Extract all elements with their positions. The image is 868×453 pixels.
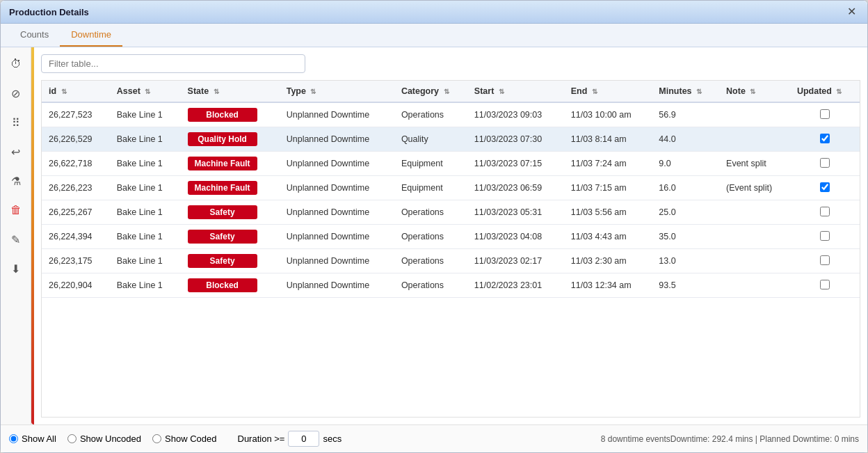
show-coded-label: Show Coded — [165, 434, 216, 444]
updated-checkbox[interactable] — [820, 134, 830, 143]
cell-state: Machine Fault — [181, 176, 280, 200]
show-uncoded-radio[interactable] — [67, 434, 77, 443]
show-coded-radio[interactable] — [152, 434, 161, 443]
cell-state: Quality Hold — [181, 127, 280, 152]
cell-end: 11/03 5:56 am — [564, 200, 652, 225]
updated-checkbox[interactable] — [820, 182, 830, 192]
col-header-updated[interactable]: Updated ⇅ — [790, 81, 860, 102]
updated-checkbox[interactable] — [820, 280, 830, 289]
state-badge: Quality Hold — [188, 132, 257, 146]
cell-id: 26,226,529 — [42, 127, 110, 152]
show-all-label: Show All — [22, 434, 56, 444]
state-badge: Safety — [188, 230, 257, 244]
cell-end: 11/03 8:14 am — [564, 127, 652, 152]
tab-bar: Counts Downtime — [1, 24, 867, 47]
cell-updated — [790, 225, 860, 249]
edit-icon[interactable]: ✎ — [6, 230, 26, 249]
updated-checkbox[interactable] — [820, 109, 830, 119]
cell-note — [719, 273, 790, 298]
cell-start: 11/03/2023 05:31 — [467, 200, 564, 225]
show-all-radio[interactable] — [9, 434, 18, 443]
cell-end: 11/03 4:43 am — [564, 225, 652, 249]
show-all-option[interactable]: Show All — [9, 434, 56, 444]
duration-unit: secs — [323, 434, 341, 444]
download-icon[interactable]: ⬇ — [6, 259, 26, 278]
tab-counts[interactable]: Counts — [9, 24, 60, 47]
cell-type: Unplanned Downtime — [280, 152, 394, 176]
cell-updated — [790, 200, 860, 225]
col-header-start[interactable]: Start ⇅ — [467, 81, 564, 102]
cell-minutes: 25.0 — [652, 200, 719, 225]
table-row: 26,622,718 Bake Line 1 Machine Fault Unp… — [42, 152, 860, 176]
filter-bar — [41, 54, 860, 73]
data-table-container: id ⇅ Asset ⇅ State ⇅ Type ⇅ Category ⇅ S… — [41, 80, 860, 418]
clock-icon[interactable]: ⏱ — [6, 54, 26, 74]
col-header-asset[interactable]: Asset ⇅ — [110, 81, 181, 102]
cell-minutes: 16.0 — [652, 176, 719, 200]
cell-state: Blocked — [181, 102, 280, 127]
duration-label: Duration >= — [238, 434, 285, 444]
cell-category: Operations — [394, 225, 467, 249]
cell-minutes: 9.0 — [652, 152, 719, 176]
cell-updated — [790, 152, 860, 176]
table-header-row: id ⇅ Asset ⇅ State ⇅ Type ⇅ Category ⇅ S… — [42, 81, 860, 102]
updated-checkbox[interactable] — [820, 255, 830, 265]
table-row: 26,223,175 Bake Line 1 Safety Unplanned … — [42, 249, 860, 273]
grid-icon[interactable]: ⠿ — [6, 113, 26, 132]
cell-note — [719, 200, 790, 225]
cell-start: 11/03/2023 02:17 — [467, 249, 564, 273]
updated-checkbox[interactable] — [820, 231, 830, 241]
state-badge: Blocked — [188, 278, 257, 292]
col-header-category[interactable]: Category ⇅ — [394, 81, 467, 102]
cell-note — [719, 102, 790, 127]
col-header-type[interactable]: Type ⇅ — [280, 81, 394, 102]
filter-icon[interactable]: ⚗ — [6, 171, 26, 191]
table-row: 26,227,523 Bake Line 1 Blocked Unplanned… — [42, 102, 860, 127]
show-coded-option[interactable]: Show Coded — [152, 434, 216, 444]
cell-id: 26,224,394 — [42, 225, 110, 249]
ban-icon[interactable]: ⊘ — [6, 84, 26, 103]
cell-category: Equipment — [394, 176, 467, 200]
cell-category: Operations — [394, 200, 467, 225]
production-details-modal: Production Details ✕ Counts Downtime ⏱ ⊘… — [0, 0, 868, 453]
cell-updated — [790, 102, 860, 127]
cell-start: 11/02/2023 23:01 — [467, 273, 564, 298]
show-uncoded-label: Show Uncoded — [80, 434, 141, 444]
col-header-note[interactable]: Note ⇅ — [719, 81, 790, 102]
duration-input[interactable] — [288, 431, 319, 447]
cell-updated — [790, 176, 860, 200]
col-header-state[interactable]: State ⇅ — [181, 81, 280, 102]
content-area: id ⇅ Asset ⇅ State ⇅ Type ⇅ Category ⇅ S… — [34, 47, 867, 424]
delete-icon[interactable]: 🗑 — [6, 200, 26, 220]
main-content: ⏱ ⊘ ⠿ ↩ ⚗ 🗑 ✎ ⬇ id ⇅ Ass — [1, 47, 867, 424]
cell-type: Unplanned Downtime — [280, 249, 394, 273]
cell-start: 11/03/2023 07:30 — [467, 127, 564, 152]
tab-downtime[interactable]: Downtime — [60, 24, 122, 47]
cell-asset: Bake Line 1 — [110, 127, 181, 152]
state-badge: Safety — [188, 254, 257, 268]
col-header-id[interactable]: id ⇅ — [42, 81, 110, 102]
cell-minutes: 93.5 — [652, 273, 719, 298]
col-header-minutes[interactable]: Minutes ⇅ — [652, 81, 719, 102]
close-button[interactable]: ✕ — [844, 5, 859, 19]
cell-id: 26,622,718 — [42, 152, 110, 176]
cell-id: 26,227,523 — [42, 102, 110, 127]
cell-category: Operations — [394, 102, 467, 127]
cell-minutes: 13.0 — [652, 249, 719, 273]
col-header-end[interactable]: End ⇅ — [564, 81, 652, 102]
cell-asset: Bake Line 1 — [110, 152, 181, 176]
filter-input[interactable] — [41, 54, 305, 73]
show-uncoded-option[interactable]: Show Uncoded — [67, 434, 141, 444]
cell-start: 11/03/2023 04:08 — [467, 225, 564, 249]
downtime-table: id ⇅ Asset ⇅ State ⇅ Type ⇅ Category ⇅ S… — [42, 81, 860, 298]
updated-checkbox[interactable] — [820, 207, 830, 216]
cell-asset: Bake Line 1 — [110, 200, 181, 225]
cell-asset: Bake Line 1 — [110, 273, 181, 298]
cell-updated — [790, 127, 860, 152]
updated-checkbox[interactable] — [820, 158, 830, 168]
cell-category: Operations — [394, 273, 467, 298]
undo-icon[interactable]: ↩ — [6, 142, 26, 161]
cell-state: Machine Fault — [181, 152, 280, 176]
cell-asset: Bake Line 1 — [110, 225, 181, 249]
cell-note — [719, 225, 790, 249]
